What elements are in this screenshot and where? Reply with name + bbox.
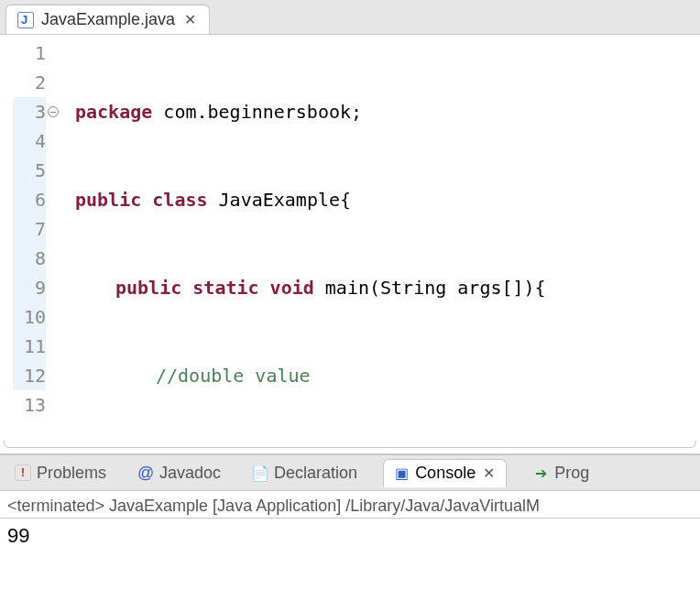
problems-icon: ! [15, 464, 31, 481]
editor-tab-label: JavaExample.java [41, 10, 175, 29]
line-number: 3 [13, 97, 46, 126]
code-line: //double value [75, 361, 700, 390]
editor-tabbar: JavaExample.java ✕ [0, 0, 700, 35]
console-icon: ▣ [393, 465, 410, 482]
tab-declaration[interactable]: 📄 Declaration [246, 460, 363, 486]
line-number: 2 [13, 68, 46, 97]
line-number: 7 [13, 214, 46, 244]
tab-console[interactable]: ▣ Console ✕ [383, 459, 507, 487]
line-number: 9 [13, 273, 46, 302]
line-number: 10 [13, 302, 46, 332]
java-file-icon [17, 12, 34, 28]
tab-label: Problems [37, 464, 106, 483]
tab-label: Declaration [274, 464, 357, 483]
tab-javadoc[interactable]: @ Javadoc [132, 460, 226, 486]
console-output: 99 [0, 519, 700, 553]
code-line: public class JavaExample{ [75, 185, 700, 214]
line-number: 8 [13, 244, 46, 273]
code-editor[interactable]: 1 2 3 4 5 6 7 8 9 10 11 12 13 package co… [0, 35, 700, 441]
editor-panel: JavaExample.java ✕ 1 2 3 4 5 6 7 8 9 10 … [0, 0, 700, 454]
editor-frame-bottom [4, 441, 696, 448]
tab-progress[interactable]: ➔ Prog [527, 460, 595, 486]
close-icon[interactable]: ✕ [182, 11, 198, 28]
code-area[interactable]: package com.beginnersbook; public class … [55, 35, 700, 441]
console-status: <terminated> JavaExample [Java Applicati… [0, 491, 700, 519]
line-number: 5 [13, 156, 46, 185]
close-icon[interactable]: ✕ [481, 464, 497, 482]
line-number: 11 [13, 332, 46, 361]
line-number: 1 [13, 38, 46, 68]
tab-problems[interactable]: ! Problems [9, 460, 112, 486]
code-line: package com.beginnersbook; [75, 97, 700, 126]
views-tabbar: ! Problems @ Javadoc 📄 Declaration ▣ Con… [0, 454, 700, 491]
progress-icon: ➔ [532, 464, 549, 481]
tab-label: Javadoc [159, 464, 221, 483]
editor-tab-javaexample[interactable]: JavaExample.java ✕ [5, 5, 210, 34]
line-number: 13 [13, 390, 46, 420]
tab-label: Prog [554, 464, 589, 483]
line-number: 12 [13, 361, 46, 390]
line-number: 4 [13, 126, 46, 156]
line-gutter: 1 2 3 4 5 6 7 8 9 10 11 12 13 [0, 35, 55, 441]
tab-label: Console [415, 464, 476, 483]
code-line: public static void main(String args[]){ [75, 273, 700, 302]
line-number: 6 [13, 185, 46, 214]
fold-collapse-icon[interactable] [48, 106, 59, 117]
declaration-icon: 📄 [252, 464, 268, 481]
javadoc-icon: @ [137, 464, 154, 481]
